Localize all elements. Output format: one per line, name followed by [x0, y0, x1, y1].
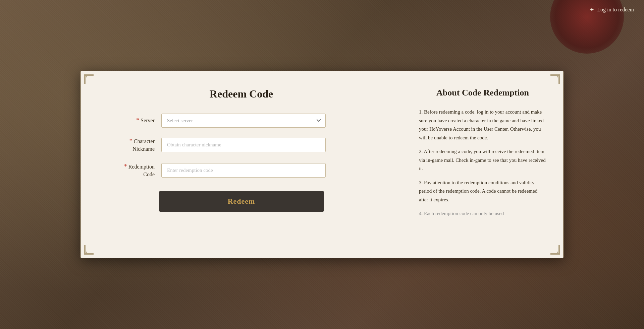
redemption-label: *RedemptionCode [101, 162, 161, 179]
server-label: *Server [101, 116, 161, 125]
svg-rect-0 [84, 74, 86, 84]
svg-rect-4 [550, 74, 560, 76]
redemption-input-wrapper [161, 163, 326, 178]
corner-decoration-tr [550, 74, 560, 84]
server-required-marker: * [136, 117, 139, 124]
star-icon: ✦ [589, 6, 594, 13]
corner-decoration-bl [84, 245, 94, 255]
nickname-input[interactable] [161, 138, 326, 152]
nickname-label: *CharacterNickname [101, 137, 161, 153]
about-text: 1. Before redeeming a code, log in to yo… [419, 108, 546, 218]
nickname-required-marker: * [129, 138, 132, 144]
svg-rect-3 [558, 74, 560, 84]
svg-rect-5 [557, 76, 558, 77]
svg-rect-10 [550, 253, 560, 255]
svg-rect-9 [558, 245, 560, 255]
form-title: Redeem Code [210, 88, 273, 100]
corner-decoration-br [550, 245, 560, 255]
server-select[interactable]: Select server Asia Europe America TW/HK/… [161, 114, 326, 128]
nickname-form-group: *CharacterNickname [101, 137, 382, 153]
svg-rect-8 [86, 252, 87, 253]
nickname-input-wrapper [161, 138, 326, 152]
svg-rect-1 [84, 74, 94, 76]
about-title: About Code Redemption [419, 88, 546, 98]
server-input-wrapper: Select server Asia Europe America TW/HK/… [161, 114, 326, 128]
login-link-label: Log in to redeem [597, 7, 634, 13]
svg-rect-6 [84, 245, 86, 255]
login-to-redeem-link[interactable]: Log in to redeem [597, 7, 634, 13]
modal-left-panel: Redeem Code *Server Select server Asia E… [81, 71, 402, 258]
redeem-modal: Redeem Code *Server Select server Asia E… [80, 71, 564, 258]
page-center: Redeem Code *Server Select server Asia E… [0, 0, 644, 329]
top-bar: ✦ Log in to redeem [579, 0, 644, 19]
about-point-1: 1. Before redeeming a code, log in to yo… [419, 108, 546, 142]
redeem-button[interactable]: Redeem [159, 191, 324, 212]
svg-rect-11 [557, 252, 558, 253]
about-point-4: 4. Each redemption code can only be used [419, 209, 546, 218]
svg-rect-2 [86, 76, 87, 77]
redemption-form-group: *RedemptionCode [101, 162, 382, 179]
svg-rect-7 [84, 253, 94, 255]
server-form-group: *Server Select server Asia Europe Americ… [101, 114, 382, 128]
about-point-3: 3. Pay attention to the redemption condi… [419, 179, 546, 204]
modal-right-panel: About Code Redemption 1. Before redeemin… [402, 71, 563, 258]
about-point-2: 2. After redeeming a code, you will rece… [419, 147, 546, 173]
corner-decoration-tl [84, 74, 94, 84]
redemption-required-marker: * [124, 163, 127, 170]
redemption-input[interactable] [161, 163, 326, 178]
